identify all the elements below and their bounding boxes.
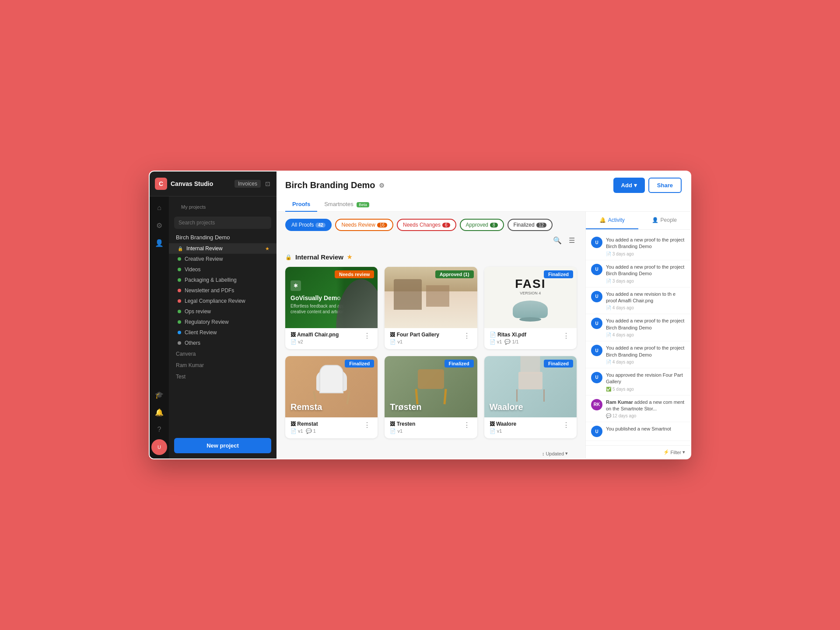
filter-label: Finalized xyxy=(514,222,535,228)
proof-card-ritas[interactable]: FASI VERSION 4 Finalized xyxy=(484,267,577,349)
proof-card-four-part[interactable]: Approved (1) 🖼 Four Part Gallery 📄 v1 xyxy=(385,267,477,349)
avatar: RK xyxy=(591,399,602,410)
user-icon[interactable]: 👤 xyxy=(151,235,167,251)
tab-people[interactable]: 👤 People xyxy=(638,212,691,229)
section-header: 🔒 Internal Review ★ xyxy=(285,253,577,261)
sort-link[interactable]: ↕ Updated ▾ xyxy=(542,451,568,456)
filter-needs-changes[interactable]: Needs Changes 6 xyxy=(397,219,456,231)
main-header: Birch Branding Demo ⚙ Add ▾ Share Proofs… xyxy=(276,172,690,212)
proofs-area: All Proofs 42 Needs Review 16 Needs Chan… xyxy=(276,212,585,458)
dot-icon xyxy=(178,257,181,261)
activity-text: You added a new proof to the project Bir… xyxy=(606,264,685,277)
settings-icon[interactable]: ⚙ xyxy=(151,217,167,233)
more-options-button[interactable]: ⋮ xyxy=(462,332,472,340)
more-options-button[interactable]: ⋮ xyxy=(561,421,571,429)
proof-info: 🖼 Amalfi Chair.png 📄 v2 ⋮ xyxy=(285,328,378,349)
proof-badge: Finalized xyxy=(345,360,374,368)
main-tabs: Proofs Smartnotes Beta xyxy=(285,197,682,211)
sidebar: C Canvas Studio Invoices ⊡ ⌂ ⚙ 👤 🎓 🔔 ? U… xyxy=(150,172,276,458)
proof-info-row: 🖼 Four Part Gallery 📄 v1 ⋮ xyxy=(390,332,472,345)
proof-thumbnail: Remsta Finalized xyxy=(285,356,378,417)
filter-label: Approved xyxy=(466,222,488,228)
proof-info: 📄 Ritas Xl.pdf 📄 v1 💬 1/1 ⋮ xyxy=(484,328,577,349)
sidebar-header: C Canvas Studio Invoices ⊡ xyxy=(150,172,276,196)
fasi-brand: FASI xyxy=(513,277,548,291)
sidebar-item-ram-kumar[interactable]: Ram Kumar xyxy=(169,360,276,371)
filter-approved[interactable]: Approved 8 xyxy=(460,219,504,231)
sidebar-item-canvera[interactable]: Canvera xyxy=(169,348,276,360)
proof-version: 📄 v1 xyxy=(390,339,402,345)
finalized-count: 12 xyxy=(536,223,546,228)
help-icon[interactable]: ? xyxy=(151,422,167,438)
proof-card-remstat[interactable]: Remsta Finalized 🖼 Remstat 📄 v1 💬 1 xyxy=(285,356,378,438)
sidebar-item-internal-review[interactable]: 🔒 Internal Review ★ xyxy=(169,243,276,254)
proof-info-row: 🖼 Waalore 📄 v1 ⋮ xyxy=(490,421,571,434)
search-button[interactable]: 🔍 xyxy=(551,234,564,246)
proof-badge: Finalized xyxy=(544,360,573,368)
sidebar-item-test[interactable]: Test xyxy=(169,371,276,382)
proof-comments: 💬 1/1 xyxy=(504,339,518,345)
tab-activity[interactable]: 🔔 Activity xyxy=(586,212,638,229)
proof-meta: 📄 v2 xyxy=(290,339,339,345)
needs-changes-count: 6 xyxy=(442,223,450,228)
project-title: Birch Branding Demo ⚙ xyxy=(285,180,385,190)
home-icon[interactable]: ⌂ xyxy=(151,200,167,216)
activity-text: Ram Kumar added a new com ment on the Sm… xyxy=(606,399,685,413)
proof-name-meta: 🖼 Remstat 📄 v1 💬 1 xyxy=(290,421,318,434)
activity-content: You added a new proof to the project Bir… xyxy=(606,264,685,284)
sidebar-item-packaging[interactable]: Packaging & Labelling xyxy=(169,275,276,285)
collapse-button[interactable]: ⊡ xyxy=(264,179,271,188)
avatar: U xyxy=(591,372,602,383)
graduation-icon[interactable]: 🎓 xyxy=(151,387,167,402)
settings-gear-icon[interactable]: ⚙ xyxy=(379,182,385,189)
sidebar-item-client[interactable]: Client Review xyxy=(169,327,276,338)
filter-label: Needs Changes xyxy=(403,222,441,228)
proof-version: 📄 v2 xyxy=(290,339,303,345)
filter-link[interactable]: ⚡ Filter ▾ xyxy=(663,449,685,455)
search-input[interactable] xyxy=(174,217,271,229)
fasi-sub: VERSION 4 xyxy=(513,291,548,295)
more-options-button[interactable]: ⋮ xyxy=(561,332,571,340)
tab-smartnotes[interactable]: Smartnotes Beta xyxy=(317,197,376,212)
activity-text: You published a new Smartnot xyxy=(606,426,685,432)
share-button[interactable]: Share xyxy=(648,178,682,193)
more-options-button[interactable]: ⋮ xyxy=(462,421,472,429)
sidebar-item-label: Creative Review xyxy=(185,256,223,262)
sidebar-item-newsletter[interactable]: Newsletter and PDFs xyxy=(169,285,276,296)
filter-all-proofs[interactable]: All Proofs 42 xyxy=(285,219,332,231)
activity-content: You approved the revision Four Part Gall… xyxy=(606,372,685,392)
tab-proofs[interactable]: Proofs xyxy=(285,197,317,212)
more-options-button[interactable]: ⋮ xyxy=(362,421,372,429)
invoices-link[interactable]: Invoices xyxy=(234,180,261,188)
sidebar-item-creative-review[interactable]: Creative Review xyxy=(169,254,276,264)
activity-item: U You published a new Smartnot xyxy=(586,422,690,441)
proof-name-meta: 🖼 Tresten 📄 v1 xyxy=(390,421,415,434)
proof-name-meta: 🖼 Waalore 📄 v1 xyxy=(490,421,517,434)
new-project-button[interactable]: New project xyxy=(174,438,271,453)
more-options-button[interactable]: ⋮ xyxy=(362,332,372,340)
bell-icon[interactable]: 🔔 xyxy=(151,404,167,420)
sidebar-item-others[interactable]: Others xyxy=(169,338,276,348)
star-icon: ★ xyxy=(265,246,270,252)
filter-label: Needs Review xyxy=(341,222,375,228)
activity-item: RK Ram Kumar added a new com ment on the… xyxy=(586,396,690,423)
my-projects-label: My projects xyxy=(174,200,271,211)
proof-card-amalfi[interactable]: ✱ GoVisually Demo Effortless feedback an… xyxy=(285,267,378,349)
filter-needs-review[interactable]: Needs Review 16 xyxy=(335,219,393,231)
proof-card-waalore[interactable]: Waalore Finalized 🖼 Waalore 📄 v1 xyxy=(484,356,577,438)
proof-card-tresten[interactable]: Trøsten Finalized 🖼 Tresten 📄 v1 xyxy=(385,356,477,438)
sidebar-item-videos[interactable]: Videos xyxy=(169,264,276,275)
avatar: U xyxy=(591,318,602,329)
proof-name: 🖼 Amalfi Chair.png xyxy=(290,332,339,338)
avatar: U xyxy=(591,345,602,356)
proof-grid: ✱ GoVisually Demo Effortless feedback an… xyxy=(285,267,577,438)
section-title: Internal Review xyxy=(295,253,343,261)
avatar-icon[interactable]: U xyxy=(151,439,167,455)
view-toggle-button[interactable]: ☰ xyxy=(567,234,577,246)
sidebar-item-legal[interactable]: Legal Compliance Review xyxy=(169,296,276,306)
filter-finalized[interactable]: Finalized 12 xyxy=(508,219,553,231)
sidebar-item-regulatory[interactable]: Regulatory Review xyxy=(169,317,276,327)
sidebar-item-ops[interactable]: Ops review xyxy=(169,306,276,317)
sidebar-item-label: Videos xyxy=(185,266,200,273)
add-button[interactable]: Add ▾ xyxy=(613,178,645,193)
